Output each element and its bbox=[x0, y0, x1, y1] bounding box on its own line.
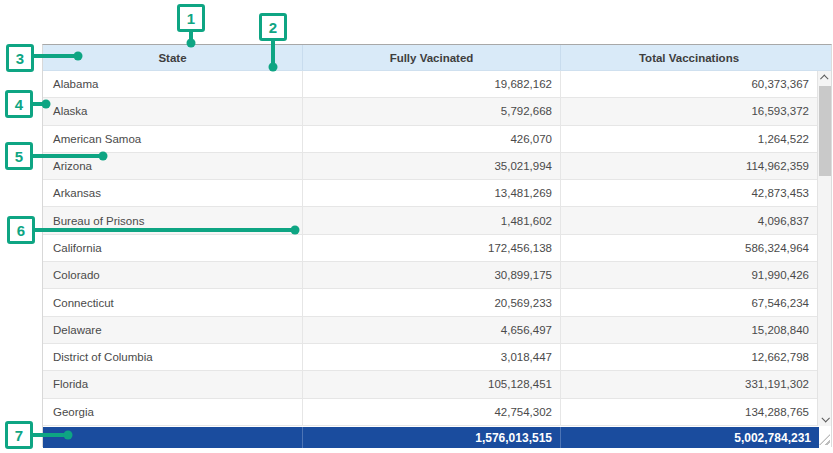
fully-vaccinated-cell[interactable]: 19,682,162 bbox=[303, 71, 561, 97]
fully-vaccinated-cell[interactable]: 42,754,302 bbox=[303, 399, 561, 425]
state-cell[interactable]: District of Columbia bbox=[43, 344, 303, 370]
total-vaccinations-cell[interactable]: 42,873,453 bbox=[561, 180, 831, 206]
total-vaccinations-cell[interactable]: 134,288,765 bbox=[561, 399, 831, 425]
total-vaccinations-cell[interactable]: 1,264,522 bbox=[561, 126, 831, 152]
state-cell[interactable]: Arkansas bbox=[43, 180, 303, 206]
table-body: Alabama 19,682,162 60,373,367 Alaska 5,7… bbox=[43, 71, 831, 426]
callout-box-2: 2 bbox=[259, 13, 287, 41]
total-vaccinations-cell[interactable]: 331,191,302 bbox=[561, 371, 831, 397]
fully-vaccinated-cell[interactable]: 1,481,602 bbox=[303, 207, 561, 233]
scroll-down-button[interactable] bbox=[818, 412, 831, 426]
state-cell[interactable]: American Samoa bbox=[43, 126, 303, 152]
state-cell[interactable]: Connecticut bbox=[43, 289, 303, 315]
chevron-down-icon bbox=[821, 414, 829, 422]
fully-vaccinated-cell[interactable]: 13,481,269 bbox=[303, 180, 561, 206]
table-row[interactable]: Delaware 4,656,497 15,208,840 bbox=[43, 317, 831, 344]
state-cell[interactable]: Alaska bbox=[43, 98, 303, 124]
total-vaccinations-cell[interactable]: 91,990,426 bbox=[561, 262, 831, 288]
column-header-fully-vaccinated[interactable]: Fully Vacinated bbox=[303, 45, 561, 70]
table-row[interactable]: Bureau of Prisons 1,481,602 4,096,837 bbox=[43, 207, 831, 234]
fully-vaccinated-cell[interactable]: 5,792,668 bbox=[303, 98, 561, 124]
totals-total-vaccinations: 5,002,784,231 bbox=[561, 427, 819, 448]
callout-box-6: 6 bbox=[7, 216, 35, 244]
table-row[interactable]: Alabama 19,682,162 60,373,367 bbox=[43, 71, 831, 98]
fully-vaccinated-cell[interactable]: 426,070 bbox=[303, 126, 561, 152]
scrollbar-thumb[interactable] bbox=[819, 86, 831, 176]
totals-fully-vaccinated: 1,576,013,515 bbox=[303, 427, 561, 448]
table-header-row: State Fully Vacinated Total Vaccinations bbox=[43, 45, 831, 71]
column-header-state[interactable]: State bbox=[43, 45, 303, 70]
column-header-total-vaccinations[interactable]: Total Vaccinations bbox=[561, 45, 831, 70]
total-vaccinations-cell[interactable]: 60,373,367 bbox=[561, 71, 831, 97]
total-vaccinations-cell[interactable]: 67,546,234 bbox=[561, 289, 831, 315]
callout-box-3: 3 bbox=[6, 44, 34, 72]
state-cell[interactable]: Alabama bbox=[43, 71, 303, 97]
fully-vaccinated-cell[interactable]: 35,021,994 bbox=[303, 153, 561, 179]
table-row[interactable]: Connecticut 20,569,233 67,546,234 bbox=[43, 289, 831, 316]
annotated-screenshot: State Fully Vacinated Total Vaccinations… bbox=[0, 0, 833, 453]
total-vaccinations-cell[interactable]: 114,962,359 bbox=[561, 153, 831, 179]
table-row[interactable]: California 172,456,138 586,324,964 bbox=[43, 235, 831, 262]
fully-vaccinated-cell[interactable]: 20,569,233 bbox=[303, 289, 561, 315]
table-row[interactable]: Alaska 5,792,668 16,593,372 bbox=[43, 98, 831, 125]
fully-vaccinated-cell[interactable]: 3,018,447 bbox=[303, 344, 561, 370]
chevron-up-icon bbox=[820, 74, 828, 82]
resize-grip-icon bbox=[819, 434, 830, 445]
table-row[interactable]: Arizona 35,021,994 114,962,359 bbox=[43, 153, 831, 180]
total-vaccinations-cell[interactable]: 12,662,798 bbox=[561, 344, 831, 370]
table-row[interactable]: Colorado 30,899,175 91,990,426 bbox=[43, 262, 831, 289]
totals-row: 1,576,013,515 5,002,784,231 bbox=[43, 427, 819, 448]
state-cell[interactable]: Bureau of Prisons bbox=[43, 207, 303, 233]
total-vaccinations-cell[interactable]: 16,593,372 bbox=[561, 98, 831, 124]
state-cell[interactable]: Arizona bbox=[43, 153, 303, 179]
fully-vaccinated-cell[interactable]: 172,456,138 bbox=[303, 235, 561, 261]
callout-box-7: 7 bbox=[5, 421, 33, 449]
table-row[interactable]: Georgia 42,754,302 134,288,765 bbox=[43, 399, 831, 426]
state-cell[interactable]: California bbox=[43, 235, 303, 261]
total-vaccinations-cell[interactable]: 586,324,964 bbox=[561, 235, 831, 261]
totals-state-cell bbox=[43, 427, 303, 448]
total-vaccinations-cell[interactable]: 4,096,837 bbox=[561, 207, 831, 233]
table-row[interactable]: Arkansas 13,481,269 42,873,453 bbox=[43, 180, 831, 207]
fully-vaccinated-cell[interactable]: 105,128,451 bbox=[303, 371, 561, 397]
scroll-up-button[interactable] bbox=[818, 71, 831, 85]
fully-vaccinated-cell[interactable]: 30,899,175 bbox=[303, 262, 561, 288]
total-vaccinations-cell[interactable]: 15,208,840 bbox=[561, 317, 831, 343]
state-cell[interactable]: Florida bbox=[43, 371, 303, 397]
callout-box-5: 5 bbox=[5, 142, 33, 170]
table-row[interactable]: American Samoa 426,070 1,264,522 bbox=[43, 126, 831, 153]
callout-box-4: 4 bbox=[5, 90, 33, 118]
table-row[interactable]: Florida 105,128,451 331,191,302 bbox=[43, 371, 831, 398]
state-cell[interactable]: Colorado bbox=[43, 262, 303, 288]
callout-box-1: 1 bbox=[177, 4, 205, 32]
fully-vaccinated-cell[interactable]: 4,656,497 bbox=[303, 317, 561, 343]
vertical-scrollbar[interactable] bbox=[817, 71, 831, 426]
state-cell[interactable]: Delaware bbox=[43, 317, 303, 343]
state-cell[interactable]: Georgia bbox=[43, 399, 303, 425]
table-row[interactable]: District of Columbia 3,018,447 12,662,79… bbox=[43, 344, 831, 371]
vaccination-table: State Fully Vacinated Total Vaccinations… bbox=[42, 44, 832, 447]
